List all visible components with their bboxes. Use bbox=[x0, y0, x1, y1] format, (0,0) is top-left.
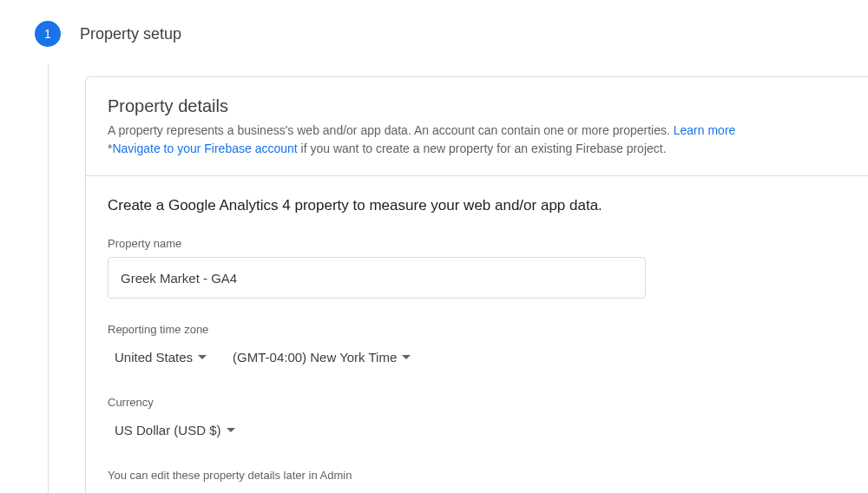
timezone-field: Reporting time zone United States (GMT-0… bbox=[108, 323, 846, 371]
card-title: Property details bbox=[108, 96, 846, 116]
caret-down-icon bbox=[227, 428, 235, 432]
card-body: Create a Google Analytics 4 property to … bbox=[86, 176, 868, 493]
currency-value: US Dollar (USD $) bbox=[115, 423, 221, 437]
step-number-badge: 1 bbox=[35, 21, 61, 47]
country-dropdown[interactable]: United States bbox=[115, 343, 207, 371]
step-content-wrap: Property details A property represents a… bbox=[48, 64, 868, 493]
card-header: Property details A property represents a… bbox=[86, 77, 868, 176]
property-details-card: Property details A property represents a… bbox=[85, 76, 868, 493]
learn-more-link[interactable]: Learn more bbox=[674, 123, 736, 137]
currency-label: Currency bbox=[108, 396, 846, 409]
currency-field: Currency US Dollar (USD $) bbox=[108, 396, 846, 444]
desc-text-2b: if you want to create a new property for… bbox=[298, 141, 667, 155]
edit-later-hint: You can edit these property details late… bbox=[108, 469, 846, 482]
property-name-label: Property name bbox=[108, 237, 846, 250]
timezone-dropdown-row: United States (GMT-04:00) New York Time bbox=[108, 343, 846, 371]
timezone-label: Reporting time zone bbox=[108, 323, 846, 336]
stepper-header: 1 Property setup bbox=[0, 0, 868, 64]
caret-down-icon bbox=[198, 355, 207, 359]
timezone-value: (GMT-04:00) New York Time bbox=[233, 350, 397, 365]
currency-dropdown[interactable]: US Dollar (USD $) bbox=[115, 416, 235, 444]
property-name-input[interactable] bbox=[108, 257, 646, 299]
step-title: Property setup bbox=[80, 25, 181, 43]
currency-dropdown-row: US Dollar (USD $) bbox=[108, 416, 846, 444]
caret-down-icon bbox=[402, 355, 411, 359]
country-value: United States bbox=[115, 350, 193, 365]
section-heading: Create a Google Analytics 4 property to … bbox=[108, 197, 846, 214]
card-description: A property represents a business's web a… bbox=[108, 122, 846, 158]
property-name-field: Property name bbox=[108, 237, 846, 299]
timezone-dropdown[interactable]: (GMT-04:00) New York Time bbox=[233, 343, 411, 371]
desc-text-1: A property represents a business's web a… bbox=[108, 123, 674, 137]
navigate-firebase-link[interactable]: Navigate to your Firebase account bbox=[112, 141, 297, 155]
